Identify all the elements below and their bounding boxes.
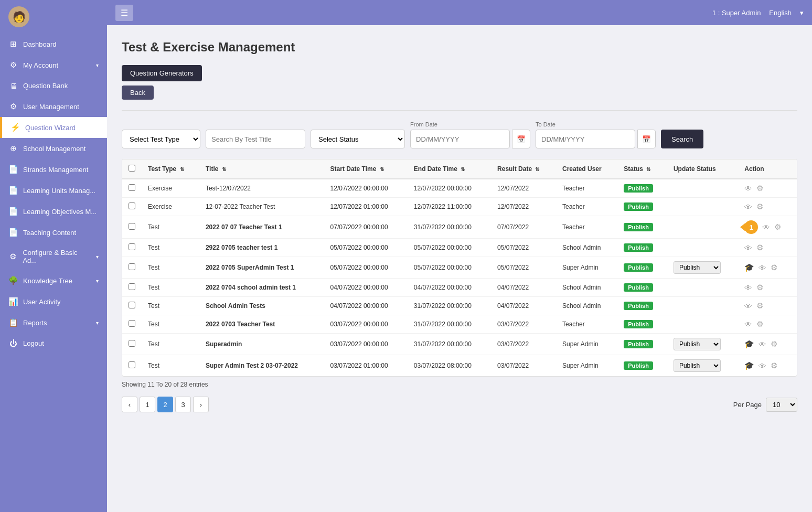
update-status-select[interactable]: Publish: [674, 338, 721, 350]
mortar-board-icon[interactable]: 🎓: [744, 361, 754, 370]
row-title: 2022 0705 SuperAdmin Test 1: [199, 257, 324, 279]
to-date-calendar-button[interactable]: 📅: [637, 130, 656, 148]
to-date-input[interactable]: [536, 130, 635, 148]
row-status: Publish: [617, 179, 667, 198]
user-mgmt-icon: ⚙: [8, 102, 18, 111]
row-status: Publish: [617, 257, 667, 279]
search-title-input[interactable]: [206, 130, 305, 148]
gear-icon[interactable]: ⚙: [771, 263, 777, 272]
from-date-calendar-button[interactable]: 📅: [512, 130, 530, 148]
search-button[interactable]: Search: [661, 130, 703, 148]
sort-icon: ⇅: [646, 166, 650, 172]
sidebar-item-learning-objectives[interactable]: 📄 Learning Objectives M...: [0, 201, 107, 222]
gear-icon[interactable]: ⚙: [756, 319, 763, 329]
row-test-type: Test: [142, 279, 199, 297]
eye-icon[interactable]: 👁: [762, 223, 770, 232]
row-result-date: 03/07/2022: [491, 334, 556, 355]
eye-icon[interactable]: 👁: [744, 202, 752, 211]
sidebar-item-configure[interactable]: ⚙ Configure & Basic Ad... ▾: [0, 243, 107, 270]
sidebar-item-teaching-content[interactable]: 📄 Teaching Content: [0, 222, 107, 243]
row-test-type: Test: [142, 334, 199, 355]
page-title: Test & Exercise Management: [122, 40, 797, 55]
row-checkbox[interactable]: [129, 202, 135, 209]
sidebar-item-user-management[interactable]: ⚙ User Management: [0, 96, 107, 117]
eye-icon[interactable]: 👁: [744, 283, 752, 292]
sidebar-item-dashboard[interactable]: ⊞ Dashboard: [0, 34, 107, 55]
row-checkbox[interactable]: [129, 361, 135, 368]
action-icons: 👁⚙: [744, 243, 790, 252]
configure-icon: ⚙: [8, 252, 17, 261]
page-3-button[interactable]: 3: [175, 397, 191, 412]
mortar-board-icon[interactable]: 🎓: [744, 339, 754, 349]
row-update-status: Publish: [667, 355, 738, 377]
row-checkbox-cell: [122, 198, 142, 216]
avatar-section: 🧑: [0, 0, 107, 34]
row-action: 🎓👁⚙: [738, 334, 797, 355]
table-row: TestSuper Admin Test 2 03-07-202203/07/2…: [122, 355, 797, 377]
eye-icon[interactable]: 👁: [744, 302, 752, 311]
page-next-button[interactable]: ›: [193, 397, 209, 412]
row-result-date: 03/07/2022: [491, 355, 556, 377]
sidebar-item-logout[interactable]: ⏻ Logout: [0, 333, 107, 354]
from-date-input[interactable]: [410, 130, 510, 148]
eye-icon[interactable]: 👁: [758, 340, 766, 349]
from-date-label: From Date: [410, 121, 530, 127]
back-button[interactable]: Back: [122, 86, 154, 100]
row-checkbox[interactable]: [129, 340, 135, 347]
hamburger-button[interactable]: ☰: [115, 5, 133, 21]
row-checkbox[interactable]: [129, 223, 135, 230]
per-page-select[interactable]: 10 25 50 100: [766, 398, 797, 412]
row-checkbox[interactable]: [129, 184, 135, 191]
eye-icon[interactable]: 👁: [744, 184, 752, 193]
row-checkbox[interactable]: [129, 302, 135, 308]
sidebar-item-label: Reports: [23, 319, 47, 327]
row-title: 12-07-2022 Teacher Test: [199, 198, 324, 216]
row-checkbox[interactable]: [129, 243, 135, 250]
test-type-filter-group: Select Test Type Test Exercise: [122, 130, 200, 148]
row-checkbox[interactable]: [129, 283, 135, 290]
eye-icon[interactable]: 👁: [758, 361, 766, 370]
test-type-select[interactable]: Select Test Type Test Exercise: [122, 130, 200, 148]
sidebar-item-learning-units[interactable]: 📄 Learning Units Manag...: [0, 180, 107, 201]
row-end-date: 31/07/2022 00:00:00: [408, 315, 491, 334]
sidebar-item-label: Learning Objectives M...: [23, 208, 97, 216]
question-generators-button[interactable]: Question Generators: [122, 65, 202, 81]
update-status-select[interactable]: Publish: [674, 359, 721, 372]
row-checkbox[interactable]: [129, 263, 135, 270]
eye-icon[interactable]: 👁: [744, 243, 752, 252]
sidebar-item-question-wizard[interactable]: ⚡ Question Wizard: [0, 117, 107, 138]
sidebar-item-reports[interactable]: 📋 Reports ▾: [0, 312, 107, 333]
page-2-button[interactable]: 2: [157, 397, 173, 412]
update-status-select[interactable]: Publish: [674, 261, 721, 274]
per-page-wrap: Per Page 10 25 50 100: [733, 398, 797, 412]
status-select[interactable]: Select Status Publish Draft: [311, 130, 405, 148]
gear-icon[interactable]: ⚙: [771, 339, 777, 349]
eye-icon[interactable]: 👁: [744, 320, 752, 329]
row-checkbox[interactable]: [129, 320, 135, 327]
page-1-button[interactable]: 1: [140, 397, 155, 412]
sidebar-item-my-account[interactable]: ⚙ My Account ▾: [0, 55, 107, 76]
select-all-checkbox[interactable]: [129, 165, 135, 172]
mortar-board-icon[interactable]: 🎓: [744, 263, 754, 272]
sidebar-item-strands-management[interactable]: 📄 Strands Management: [0, 159, 107, 180]
eye-icon[interactable]: 👁: [758, 263, 766, 272]
gear-icon[interactable]: ⚙: [756, 184, 763, 193]
gear-icon[interactable]: ⚙: [756, 301, 763, 311]
row-result-date: 07/07/2022: [491, 216, 556, 239]
gear-icon[interactable]: ⚙: [756, 283, 763, 292]
row-status: Publish: [617, 216, 667, 239]
gear-icon[interactable]: ⚙: [756, 243, 763, 252]
sidebar-item-question-bank[interactable]: 🖥 Question Bank: [0, 76, 107, 96]
gear-icon[interactable]: ⚙: [774, 222, 781, 232]
page-prev-button[interactable]: ‹: [122, 397, 137, 412]
gear-icon[interactable]: ⚙: [756, 202, 763, 211]
gear-icon[interactable]: ⚙: [771, 361, 777, 370]
row-checkbox-cell: [122, 239, 142, 257]
row-update-status: [667, 315, 738, 334]
sidebar-item-knowledge-tree[interactable]: 🌳 Knowledge Tree ▾: [0, 270, 107, 291]
sidebar-item-school-management[interactable]: ⊕ School Management: [0, 138, 107, 159]
sidebar-item-user-activity[interactable]: 📊 User Activity: [0, 291, 107, 312]
table-row: Exercise12-07-2022 Teacher Test12/07/202…: [122, 198, 797, 216]
status-badge: Publish: [624, 184, 653, 193]
to-date-filter-group: To Date 📅: [536, 121, 656, 148]
